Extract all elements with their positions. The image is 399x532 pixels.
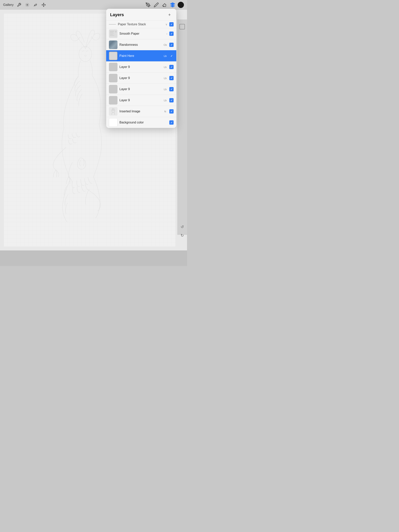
svg-rect-4 [110,31,114,32]
layer-row-9-2[interactable]: Layer 9 Lb [106,72,176,83]
layer-name-randomness: Randomness [119,43,161,47]
layer-row-inserted-image[interactable]: Inserted Image N [106,106,176,117]
svg-rect-6 [110,33,114,33]
group-name-paper-texture: Paper Texture Stack [118,23,163,26]
layer-visibility-smooth-paper[interactable] [169,32,174,36]
layers-panel: Layers + Paper Texture Stack ∨ Smooth Pa… [106,9,176,128]
layer-row-9-4[interactable]: Layer 9 Lb [106,95,176,106]
layer-name-9-4: Layer 9 [119,99,161,102]
layer-thumbnail-9-3 [109,85,117,94]
color-picker[interactable] [178,2,184,8]
layer-visibility-9-3[interactable] [169,87,174,91]
layer-visibility-9-1[interactable] [169,65,174,69]
wrench-icon[interactable] [16,2,22,8]
undo-redo-group: ↺ ↻ [179,223,186,239]
layer-name-inserted-image: Inserted Image [119,110,161,113]
layer-thumbnail-randomness [109,40,117,49]
layer-name-9-1: Layer 9 [119,65,161,69]
redo-button[interactable]: ↻ [179,232,186,239]
layers-tool-icon[interactable] [169,2,176,8]
layer-name-paint-here: Paint Here [119,54,161,58]
group-collapse-icon[interactable]: ∨ [165,23,167,26]
eraser-tool-icon[interactable] [161,2,167,8]
layer-visibility-randomness[interactable] [169,43,174,47]
layer-chevron-smooth-paper: › [166,32,167,35]
layer-name-background-color: Background color [119,121,161,124]
layer-group-paper-texture[interactable]: Paper Texture Stack ∨ [106,20,176,28]
layer-blend-randomness: Cb [163,44,167,46]
layer-thumbnail-smooth-paper [109,29,117,38]
layer-thumbnail-inserted-image [109,107,117,116]
svg-point-2 [79,47,92,62]
svg-point-1 [148,4,148,5]
toolbar-left: Gallery [3,2,46,8]
layer-row-9-1[interactable]: Layer 9 Lb [106,61,176,72]
svg-point-0 [27,4,28,6]
layer-row-background-color[interactable]: Background color [106,117,176,128]
layer-name-smooth-paper: Smooth Paper [119,32,164,35]
adjust-icon[interactable] [25,2,30,8]
layer-blend-inserted-image: N [163,110,167,113]
pen-tool-icon[interactable] [145,2,151,8]
layer-thumbnail-9-2 [109,74,117,82]
toolbar: Gallery [0,0,187,10]
layer-row-smooth-paper[interactable]: Smooth Paper › [106,28,176,39]
svg-rect-3 [109,29,117,38]
group-line [109,24,116,25]
layer-visibility-inserted-image[interactable] [169,109,174,114]
layer-row-9-3[interactable]: Layer 9 Lb [106,83,176,95]
layer-thumbnail-background-color [109,118,117,127]
layer-row-randomness[interactable]: Randomness Cb [106,39,176,50]
svg-rect-7 [110,34,113,34]
svg-rect-9 [115,31,116,32]
layer-name-9-2: Layer 9 [119,76,161,80]
group-visibility-checkbox[interactable] [169,22,174,26]
layer-blend-9-3: Lb [163,88,167,91]
bottom-bar [0,250,187,266]
layer-thumbnail-9-4 [109,96,117,105]
transform-icon[interactable] [41,2,46,8]
add-layer-button[interactable]: + [167,12,172,18]
layer-thumbnail-paint-here [109,52,117,60]
layer-visibility-9-2[interactable] [169,76,174,80]
layer-blend-9-1: Lb [163,66,167,69]
layer-visibility-9-4[interactable] [169,98,174,102]
layer-blend-9-2: Lb [163,77,167,80]
layer-blend-paint-here: Lb [163,55,167,57]
svg-rect-5 [110,32,113,32]
svg-rect-8 [110,35,114,35]
layer-blend-9-4: Lb [163,99,167,102]
layers-panel-title: Layers [110,12,124,17]
sidebar-square-tool[interactable] [179,23,186,30]
pencil-tool-icon[interactable] [153,2,159,8]
right-sidebar [177,19,187,235]
layer-row-paint-here[interactable]: Paint Here Lb [106,50,176,61]
smudge-icon[interactable] [33,2,38,8]
gallery-button[interactable]: Gallery [3,3,14,7]
undo-button[interactable]: ↺ [179,223,186,230]
layer-visibility-paint-here[interactable] [169,54,174,58]
layer-thumbnail-9-1 [109,63,117,71]
layer-name-9-3: Layer 9 [119,88,161,91]
layer-visibility-background-color[interactable] [169,120,174,125]
toolbar-right [145,2,184,8]
svg-rect-10 [109,107,117,116]
layers-header: Layers + [106,9,176,20]
